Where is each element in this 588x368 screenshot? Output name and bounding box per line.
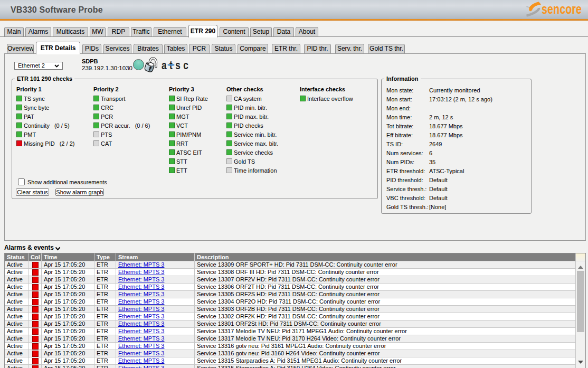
- svg-text:sencore: sencore: [542, 2, 582, 17]
